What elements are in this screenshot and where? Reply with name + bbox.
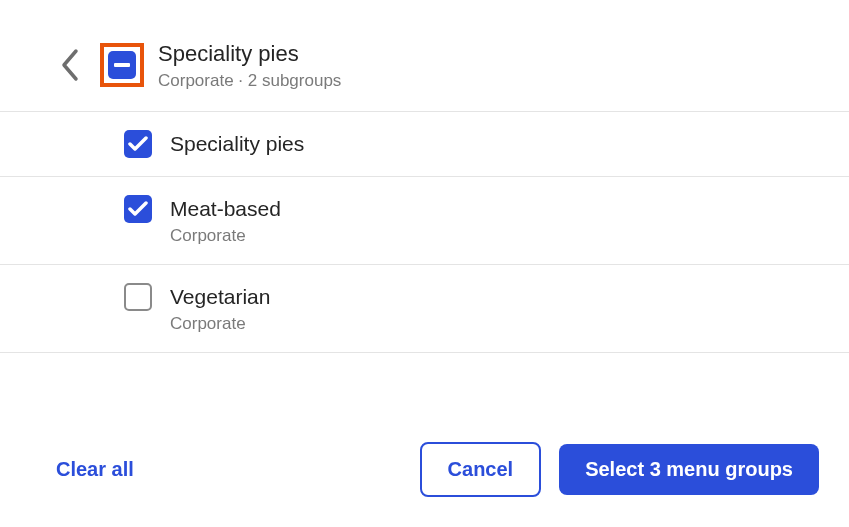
header-title: Speciality pies <box>158 40 341 69</box>
item-sublabel: Corporate <box>170 314 270 334</box>
item-checkbox[interactable] <box>124 130 152 158</box>
item-text: Meat-based Corporate <box>170 195 281 246</box>
chevron-left-icon <box>60 48 80 82</box>
check-icon <box>128 201 148 217</box>
clear-all-button[interactable]: Clear all <box>56 458 134 481</box>
check-icon <box>128 136 148 152</box>
item-label: Speciality pies <box>170 130 304 157</box>
item-label: Meat-based <box>170 195 281 222</box>
header-subtitle: Corporate · 2 subgroups <box>158 71 341 91</box>
svg-rect-0 <box>114 63 130 67</box>
list-item[interactable]: Meat-based Corporate <box>0 177 849 265</box>
item-label: Vegetarian <box>170 283 270 310</box>
highlight-box <box>100 43 144 87</box>
list-item[interactable]: Vegetarian Corporate <box>0 265 849 353</box>
cancel-button[interactable]: Cancel <box>420 442 542 497</box>
select-button[interactable]: Select 3 menu groups <box>559 444 819 495</box>
item-text: Vegetarian Corporate <box>170 283 270 334</box>
footer: Clear all Cancel Select 3 menu groups <box>0 442 849 497</box>
header-checkbox[interactable] <box>108 51 136 79</box>
minus-icon <box>114 63 130 67</box>
items-list: Speciality pies Meat-based Corporate Veg… <box>0 111 849 354</box>
header-text: Speciality pies Corporate · 2 subgroups <box>158 40 341 91</box>
header-row: Speciality pies Corporate · 2 subgroups <box>0 0 849 111</box>
item-checkbox[interactable] <box>124 195 152 223</box>
item-checkbox[interactable] <box>124 283 152 311</box>
footer-right: Cancel Select 3 menu groups <box>420 442 819 497</box>
back-button[interactable] <box>60 48 80 82</box>
list-item[interactable]: Speciality pies <box>0 112 849 177</box>
item-text: Speciality pies <box>170 130 304 157</box>
item-sublabel: Corporate <box>170 226 281 246</box>
menu-group-selector: Speciality pies Corporate · 2 subgroups … <box>0 0 849 353</box>
